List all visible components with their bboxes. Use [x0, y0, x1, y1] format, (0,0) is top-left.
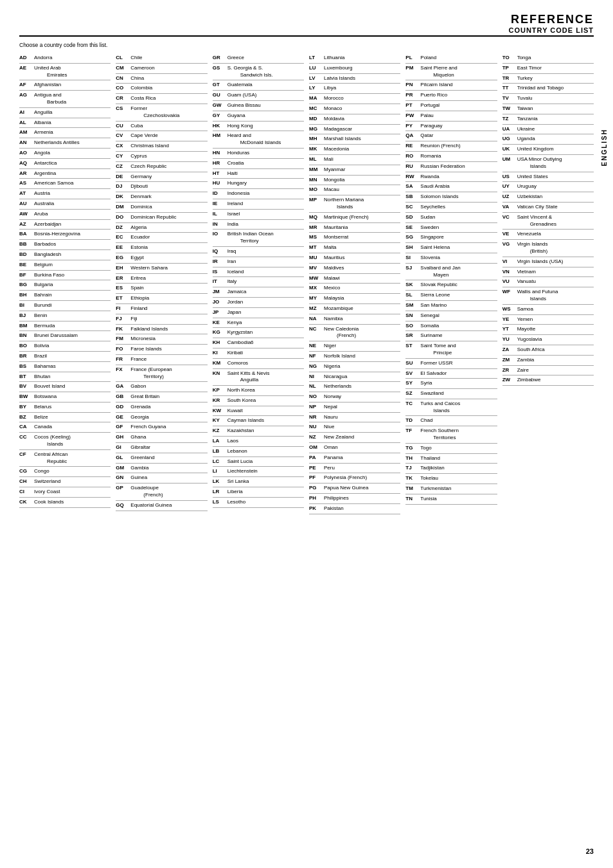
entry-BH: BHBahrain — [19, 292, 111, 299]
name-GT: Guatemala — [226, 82, 253, 89]
code-KR: KR — [213, 397, 226, 404]
code-VG: VG — [502, 241, 515, 248]
page-header: REFERENCE COUNTRY CODE LIST — [19, 13, 594, 37]
entry-divider — [309, 195, 400, 195]
name-CF: Central AfricanRepublic — [32, 451, 67, 466]
column-1: CLChileCMCameroonCNChinaCOColombiaCRCost… — [116, 55, 207, 512]
code-BI: BI — [19, 302, 32, 309]
entry-divider — [309, 63, 400, 64]
entry-divider — [309, 283, 400, 284]
code-LB: LB — [213, 448, 226, 455]
name-NF: Norfolk Island — [322, 353, 355, 360]
entry-SH: SHSaint Helena — [405, 244, 497, 251]
name-cont-WF: Islands — [517, 296, 558, 303]
entry-divider — [405, 415, 497, 416]
name-PY: Paraguay — [418, 123, 442, 130]
name-SD: Sudan — [418, 214, 435, 221]
code-AM: AM — [19, 129, 32, 136]
entry-LC: LCSaint Lucia — [213, 458, 304, 466]
code-DK: DK — [116, 194, 129, 201]
entry-SJ: SJSvalbard and JanMayen — [405, 265, 497, 279]
name-cont-CF: Republic — [34, 458, 67, 466]
entry-divider — [19, 290, 111, 291]
entry-MZ: MZMozambique — [309, 305, 400, 312]
entry-BS: BSBahamas — [19, 363, 111, 370]
entry-SE: SESweden — [405, 224, 497, 231]
code-MW: MW — [309, 275, 322, 282]
name-SK: Slovak Republic — [418, 282, 457, 289]
code-DO: DO — [116, 214, 129, 221]
entry-divider — [502, 73, 594, 74]
name-CA: Canada — [32, 424, 52, 431]
name-SA: Saudi Arabia — [418, 183, 449, 190]
name-BV: Bouvet Island — [32, 383, 65, 390]
name-IE: Ireland — [226, 201, 243, 208]
name-CI: Ivory Coast — [32, 489, 60, 496]
code-KG: KG — [213, 329, 226, 336]
name-AG: Antigua andBarbuda — [32, 92, 66, 106]
code-SC: SC — [405, 204, 418, 211]
column-3: LTLithuaniaLULuxembourgLVLatvia IslandsL… — [309, 55, 400, 516]
entry-BB: BBBarbados — [19, 241, 111, 248]
name-SZ: Swaziland — [418, 390, 443, 397]
name-LR: Liberia — [226, 489, 243, 496]
entry-divider — [116, 121, 207, 122]
entry-divider — [19, 260, 111, 260]
entry-ZR: ZRZaire — [502, 367, 594, 374]
code-SM: SM — [405, 302, 418, 309]
name-VE: Venezuela — [515, 231, 541, 238]
code-TT: TT — [502, 85, 515, 92]
name-cont-VC: Grenadines — [517, 221, 556, 228]
code-AO: AO — [19, 150, 32, 157]
code-GE: GE — [116, 414, 129, 421]
entry-AD: ADAndorra — [19, 55, 111, 62]
name-VA: Vatican City State — [515, 204, 558, 211]
name-VG: Virgin Islands(British) — [515, 241, 548, 255]
code-LU: LU — [309, 65, 322, 72]
code-LS: LS — [213, 499, 226, 506]
code-AR: AR — [19, 170, 32, 177]
entry-CU: CUCuba — [116, 123, 207, 130]
name-AS: American Samoa — [32, 180, 73, 187]
name-AF: Afghanistan — [32, 82, 61, 89]
entry-NU: NUNiue — [309, 424, 400, 431]
entry-divider — [116, 365, 207, 365]
code-MN: MN — [309, 177, 322, 184]
code-FK: FK — [116, 326, 129, 333]
code-ER: ER — [116, 275, 129, 282]
entry-KP: KPNorth Korea — [213, 387, 304, 394]
code-GN: GN — [116, 475, 129, 482]
name-NE: Niger — [322, 343, 336, 350]
name-TG: Togo — [418, 445, 431, 452]
entry-divider — [116, 202, 207, 203]
entry-SU: SUFormer USSR — [405, 360, 497, 367]
code-RU: RU — [405, 163, 418, 170]
entry-divider — [309, 303, 400, 304]
entry-CC: CCCocos (Keeling)Islands — [19, 434, 111, 448]
name-LC: Saint Lucia — [226, 458, 253, 466]
entry-divider — [213, 318, 304, 318]
entry-IQ: IQIraq — [213, 248, 304, 255]
entry-AF: AFAfghanistan — [19, 82, 111, 89]
entry-divider — [405, 290, 497, 291]
name-SY: Syria — [418, 380, 432, 387]
code-MY: MY — [309, 295, 322, 302]
entry-divider — [213, 63, 304, 64]
name-RW: Rwanda — [418, 174, 439, 181]
entry-AZ: AZAzerbaidjan — [19, 221, 111, 228]
entry-divider — [405, 80, 497, 80]
code-MT: MT — [309, 244, 322, 251]
code-AI: AI — [19, 109, 32, 116]
name-TV: Tuvalu — [515, 95, 533, 102]
name-GH: Ghana — [129, 434, 146, 441]
entry-LT: LTLithuania — [309, 55, 400, 62]
entry-divider — [405, 321, 497, 321]
name-TR: Turkey — [515, 75, 533, 82]
name-TT: Trinidad and Tobago — [515, 85, 564, 92]
entry-divider — [19, 90, 111, 91]
name-RE: Reunion (French) — [418, 143, 460, 150]
entry-AN: ANNetherlands Antilles — [19, 140, 111, 147]
entry-divider — [502, 375, 594, 375]
name-SO: Somalia — [418, 323, 439, 330]
entry-ML: MLMali — [309, 156, 400, 163]
